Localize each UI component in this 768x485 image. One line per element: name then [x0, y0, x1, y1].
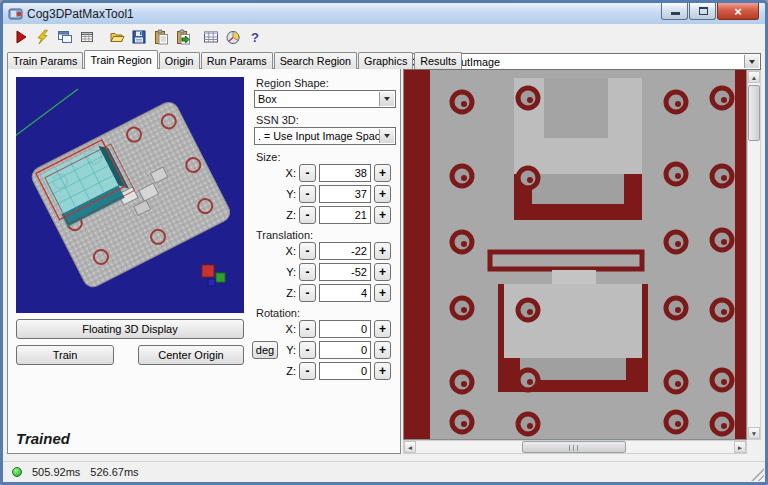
tab-origin[interactable]: Origin: [159, 52, 200, 69]
size-y-decrement-button[interactable]: -: [299, 185, 316, 203]
size-y-row: Y: - +: [280, 185, 391, 203]
close-button[interactable]: ×: [717, 3, 759, 20]
deg-button[interactable]: deg: [252, 341, 278, 359]
close-icon: ×: [734, 5, 742, 18]
live-run-icon[interactable]: [33, 26, 53, 48]
import-icon[interactable]: [173, 26, 193, 48]
svg-text:?: ?: [251, 30, 259, 45]
translation-z-row: Z: - +: [280, 284, 391, 302]
tab-results[interactable]: Results: [414, 52, 462, 69]
chevron-down-icon[interactable]: [379, 129, 394, 143]
translation-y-decrement-button[interactable]: -: [299, 263, 316, 281]
size-x-increment-button[interactable]: +: [374, 164, 391, 182]
floating-3d-display-button[interactable]: Floating 3D Display: [16, 319, 244, 339]
paste-icon[interactable]: [151, 26, 171, 48]
rotation-label: Rotation:: [256, 307, 300, 319]
size-z-increment-button[interactable]: +: [374, 206, 391, 224]
tab-graphics[interactable]: Graphics: [358, 52, 413, 69]
train-region-page: Floating 3D Display Train Center Origin …: [7, 68, 401, 454]
horizontal-scroll-thumb[interactable]: [522, 441, 626, 453]
scroll-left-icon[interactable]: ◄: [404, 441, 416, 453]
rotation-x-row: X: - +: [280, 320, 391, 338]
scroll-up-icon[interactable]: ▲: [748, 71, 760, 83]
total-time: 526.67ms: [90, 466, 138, 478]
tab-strip: Train Params Train Region Origin Run Par…: [7, 50, 463, 69]
size-z-row: Z: - +: [280, 206, 391, 224]
minimize-button[interactable]: [661, 3, 688, 20]
results-table-icon[interactable]: [201, 26, 221, 48]
tab-train-region[interactable]: Train Region: [84, 50, 157, 69]
rotation-y-decrement-button[interactable]: -: [299, 341, 316, 359]
size-x-row: X: - +: [280, 164, 391, 182]
size-x-input[interactable]: [319, 164, 371, 182]
translation-label: Translation:: [256, 229, 313, 241]
rotation-y-row: Y: - +: [280, 341, 391, 359]
translation-x-increment-button[interactable]: +: [374, 242, 391, 260]
region-form: Region Shape: Box SSN 3D: . = Use Input …: [250, 71, 400, 391]
center-origin-button[interactable]: Center Origin: [138, 345, 244, 365]
grid-window-icon[interactable]: [77, 26, 97, 48]
translation-z-increment-button[interactable]: +: [374, 284, 391, 302]
save-icon[interactable]: [129, 26, 149, 48]
app-window: Cog3DPatMaxTool1 × ?: [0, 0, 768, 485]
chevron-down-icon[interactable]: [744, 55, 759, 68]
measure-icon[interactable]: [223, 26, 243, 48]
translation-z-label: Z:: [280, 287, 296, 299]
title-bar[interactable]: Cog3DPatMaxTool1 ×: [3, 3, 765, 24]
translation-x-label: X:: [280, 245, 296, 257]
region-shape-value: Box: [255, 91, 395, 105]
image-display-pane: Current.InputImage: [403, 53, 761, 454]
rotation-z-decrement-button[interactable]: -: [299, 362, 316, 380]
train-button[interactable]: Train: [16, 345, 114, 365]
help-icon[interactable]: ?: [245, 26, 265, 48]
resize-grip[interactable]: [751, 468, 764, 481]
rotation-y-increment-button[interactable]: +: [374, 341, 391, 359]
trained-status: Trained: [16, 430, 70, 447]
translation-x-row: X: - +: [280, 242, 391, 260]
tab-run-params[interactable]: Run Params: [201, 52, 273, 69]
size-x-decrement-button[interactable]: -: [299, 164, 316, 182]
translation-y-input[interactable]: [319, 263, 371, 281]
rotation-z-row: Z: - +: [280, 362, 391, 380]
status-bar: 505.92ms 526.67ms: [3, 461, 765, 482]
region-shape-combo[interactable]: Box: [254, 90, 396, 108]
ssn3d-label: SSN 3D:: [256, 114, 299, 126]
ssn3d-value: . = Use Input Image Space: [255, 128, 395, 142]
open-icon[interactable]: [107, 26, 127, 48]
scrollbar-corner: [747, 440, 761, 454]
status-indicator-icon: [12, 467, 22, 477]
translation-x-decrement-button[interactable]: -: [299, 242, 316, 260]
translation-x-input[interactable]: [319, 242, 371, 260]
scroll-right-icon[interactable]: ►: [734, 441, 746, 453]
input-image-canvas[interactable]: [403, 70, 747, 440]
ssn3d-combo[interactable]: . = Use Input Image Space: [254, 127, 396, 145]
rotation-y-label: Y:: [280, 344, 296, 356]
run-icon[interactable]: [11, 26, 31, 48]
rotation-y-input[interactable]: [319, 341, 371, 359]
maximize-button[interactable]: [689, 3, 716, 20]
rotation-x-increment-button[interactable]: +: [374, 320, 391, 338]
tab-search-region[interactable]: Search Region: [274, 52, 357, 69]
run-time: 505.92ms: [32, 466, 80, 478]
chevron-down-icon[interactable]: [379, 92, 394, 106]
translation-z-decrement-button[interactable]: -: [299, 284, 316, 302]
window-title: Cog3DPatMaxTool1: [27, 7, 134, 21]
scroll-down-icon[interactable]: ▼: [748, 427, 760, 439]
translation-y-increment-button[interactable]: +: [374, 263, 391, 281]
tab-train-params[interactable]: Train Params: [7, 52, 83, 69]
size-y-input[interactable]: [319, 185, 371, 203]
size-z-decrement-button[interactable]: -: [299, 206, 316, 224]
floating-window-icon[interactable]: [55, 26, 75, 48]
horizontal-scrollbar[interactable]: ◄ ►: [403, 440, 747, 454]
translation-z-input[interactable]: [319, 284, 371, 302]
size-x-label: X:: [280, 167, 296, 179]
rotation-z-input[interactable]: [319, 362, 371, 380]
size-y-increment-button[interactable]: +: [374, 185, 391, 203]
rotation-x-input[interactable]: [319, 320, 371, 338]
rotation-x-decrement-button[interactable]: -: [299, 320, 316, 338]
size-z-input[interactable]: [319, 206, 371, 224]
rotation-z-increment-button[interactable]: +: [374, 362, 391, 380]
vertical-scrollbar[interactable]: ▲ ▼: [747, 70, 761, 440]
train-region-3d-viewport[interactable]: [16, 77, 244, 313]
vertical-scroll-thumb[interactable]: [748, 85, 760, 141]
